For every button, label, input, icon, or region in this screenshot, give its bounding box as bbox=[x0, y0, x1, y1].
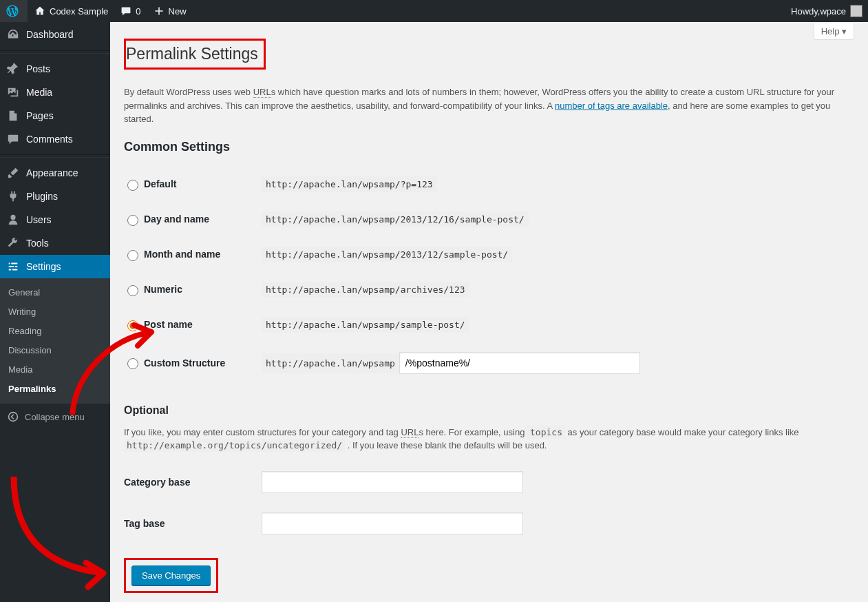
help-tab[interactable]: Help ▾ bbox=[814, 23, 854, 40]
menu-posts[interactable]: Posts bbox=[0, 57, 110, 81]
menu-label: Plugins bbox=[26, 191, 58, 202]
comment-icon bbox=[6, 132, 21, 147]
submenu-media[interactable]: Media bbox=[0, 360, 110, 380]
save-annotation-box: Save Changes bbox=[124, 558, 218, 593]
custom-structure-input[interactable] bbox=[399, 352, 640, 374]
menu-label: Users bbox=[26, 214, 52, 225]
url-post-name: http://apache.lan/wpsamp/sample-post/ bbox=[262, 317, 469, 333]
url-day-name: http://apache.lan/wpsamp/2013/12/16/samp… bbox=[262, 211, 529, 227]
tag-base-input[interactable] bbox=[262, 512, 523, 534]
site-name: Codex Sample bbox=[50, 6, 108, 17]
url-month-name: http://apache.lan/wpsamp/2013/12/sample-… bbox=[262, 247, 512, 262]
new-label: New bbox=[169, 6, 187, 17]
menu-label: Settings bbox=[26, 261, 61, 272]
option-day-name[interactable]: Day and name bbox=[124, 213, 255, 226]
option-custom[interactable]: Custom Structure bbox=[124, 356, 255, 369]
menu-dashboard[interactable]: Dashboard bbox=[0, 22, 110, 47]
avatar bbox=[850, 5, 862, 17]
submenu-general[interactable]: General bbox=[0, 283, 110, 302]
menu-appearance[interactable]: Appearance bbox=[0, 161, 110, 185]
page-icon bbox=[6, 108, 21, 123]
save-button[interactable]: Save Changes bbox=[131, 565, 211, 585]
menu-label: Posts bbox=[26, 63, 50, 74]
menu-media[interactable]: Media bbox=[0, 81, 110, 104]
category-base-input[interactable] bbox=[262, 471, 523, 493]
brush-icon bbox=[6, 165, 21, 180]
url-default: http://apache.lan/wpsamp/?p=123 bbox=[262, 176, 437, 192]
menu-label: Tools bbox=[26, 238, 49, 249]
pin-icon bbox=[6, 61, 21, 76]
collapse-icon bbox=[6, 409, 21, 424]
menu-label: Pages bbox=[26, 110, 54, 121]
menu-settings[interactable]: Settings bbox=[0, 255, 110, 278]
wrench-icon bbox=[6, 236, 21, 251]
wordpress-icon bbox=[6, 4, 19, 18]
submenu-permalinks[interactable]: Permalinks bbox=[0, 380, 110, 399]
radio-custom[interactable] bbox=[127, 358, 138, 369]
radio-month-name[interactable] bbox=[127, 250, 138, 261]
permalink-options: Default http://apache.lan/wpsamp/?p=123 … bbox=[124, 167, 854, 384]
admin-bar: Codex Sample 0 New Howdy, wpace bbox=[0, 0, 868, 22]
tag-base-label: Tag base bbox=[124, 503, 262, 544]
site-name-link[interactable]: Codex Sample bbox=[28, 0, 114, 22]
user-icon bbox=[6, 212, 21, 227]
media-icon bbox=[6, 85, 21, 100]
comment-icon bbox=[119, 4, 133, 18]
optional-text: If you like, you may enter custom struct… bbox=[124, 426, 854, 453]
comments-link[interactable]: 0 bbox=[114, 0, 146, 22]
home-icon bbox=[33, 4, 47, 18]
menu-tools[interactable]: Tools bbox=[0, 231, 110, 255]
option-numeric[interactable]: Numeric bbox=[124, 283, 255, 296]
my-account-link[interactable]: Howdy, wpace bbox=[785, 0, 868, 22]
howdy-prefix: Howdy, bbox=[791, 6, 820, 17]
new-content-link[interactable]: New bbox=[147, 0, 192, 22]
intro-text: By default WordPress uses web URLs which… bbox=[124, 85, 854, 126]
menu-plugins[interactable]: Plugins bbox=[0, 185, 110, 208]
option-default[interactable]: Default bbox=[124, 178, 255, 191]
menu-label: Comments bbox=[26, 134, 73, 145]
submenu-discussion[interactable]: Discussion bbox=[0, 341, 110, 360]
url-numeric: http://apache.lan/wpsamp/archives/123 bbox=[262, 282, 469, 298]
settings-submenu: General Writing Reading Discussion Media… bbox=[0, 278, 110, 404]
username: wpace bbox=[820, 6, 846, 17]
collapse-menu[interactable]: Collapse menu bbox=[0, 404, 110, 430]
sliders-icon bbox=[6, 259, 21, 274]
menu-label: Appearance bbox=[26, 167, 78, 178]
menu-label: Media bbox=[26, 87, 52, 98]
menu-label: Dashboard bbox=[26, 29, 74, 40]
plus-icon bbox=[152, 4, 166, 18]
wp-logo[interactable] bbox=[0, 0, 28, 22]
menu-pages[interactable]: Pages bbox=[0, 104, 110, 127]
radio-default[interactable] bbox=[127, 180, 138, 191]
option-month-name[interactable]: Month and name bbox=[124, 248, 255, 261]
page-title: Permalink Settings bbox=[124, 39, 266, 70]
option-post-name[interactable]: Post name bbox=[124, 318, 255, 331]
dashboard-icon bbox=[6, 27, 21, 42]
help-label: Help ▾ bbox=[821, 26, 847, 37]
common-settings-heading: Common Settings bbox=[124, 140, 854, 154]
optional-heading: Optional bbox=[124, 404, 854, 417]
submenu-writing[interactable]: Writing bbox=[0, 302, 110, 322]
submenu-reading[interactable]: Reading bbox=[0, 322, 110, 341]
menu-comments[interactable]: Comments bbox=[0, 127, 110, 151]
menu-users[interactable]: Users bbox=[0, 208, 110, 231]
radio-day-name[interactable] bbox=[127, 215, 138, 226]
comments-count: 0 bbox=[136, 6, 140, 17]
custom-prefix: http://apache.lan/wpsamp bbox=[262, 353, 399, 373]
svg-point-0 bbox=[9, 413, 18, 422]
category-base-label: Category base bbox=[124, 461, 262, 503]
radio-post-name[interactable] bbox=[127, 320, 138, 331]
collapse-label: Collapse menu bbox=[25, 412, 85, 422]
plugin-icon bbox=[6, 189, 21, 204]
admin-menu: Dashboard Posts Media Pages Comments App… bbox=[0, 22, 110, 602]
radio-numeric[interactable] bbox=[127, 285, 138, 296]
tags-link[interactable]: number of tags are available bbox=[555, 101, 668, 111]
